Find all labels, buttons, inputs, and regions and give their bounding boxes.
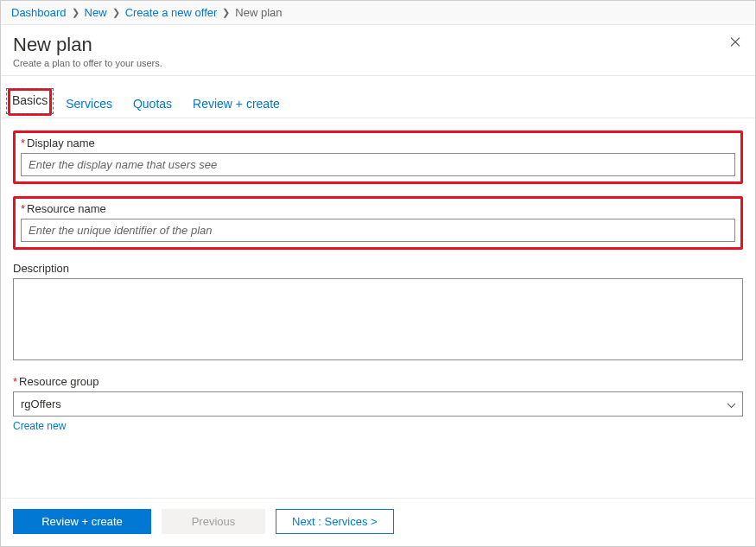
resource-name-label: * Resource name — [21, 202, 735, 215]
resource-group-group: * Resource group rgOffers Create new — [13, 375, 743, 432]
create-new-link[interactable]: Create new — [13, 420, 66, 432]
breadcrumb: Dashboard ❯ New ❯ Create a new offer ❯ N… — [1, 1, 755, 25]
tab-services[interactable]: Services — [64, 92, 114, 118]
next-button[interactable]: Next : Services > — [276, 509, 394, 534]
review-create-button[interactable]: Review + create — [13, 509, 151, 534]
required-star-icon: * — [13, 375, 17, 388]
close-icon[interactable] — [729, 35, 743, 49]
required-star-icon: * — [21, 202, 25, 215]
form-content: * Display name * Resource name Descripti… — [1, 118, 755, 498]
chevron-right-icon: ❯ — [112, 7, 120, 18]
breadcrumb-current: New plan — [235, 6, 282, 19]
tab-quotas[interactable]: Quotas — [131, 92, 174, 118]
tab-review-create[interactable]: Review + create — [191, 92, 282, 118]
chevron-right-icon: ❯ — [222, 7, 230, 18]
breadcrumb-create-offer[interactable]: Create a new offer — [125, 6, 218, 19]
breadcrumb-new[interactable]: New — [85, 6, 107, 19]
resource-name-input[interactable] — [21, 219, 735, 242]
tab-basics[interactable]: Basics — [6, 88, 54, 114]
page-title: New plan — [13, 34, 743, 56]
required-star-icon: * — [21, 137, 25, 149]
page-subtitle: Create a plan to offer to your users. — [13, 58, 743, 68]
previous-button: Previous — [162, 509, 265, 534]
description-input[interactable] — [13, 278, 743, 360]
display-name-label: * Display name — [21, 137, 735, 149]
description-label: Description — [13, 262, 743, 275]
chevron-right-icon: ❯ — [72, 7, 79, 18]
description-group: Description — [13, 262, 743, 363]
footer: Review + create Previous Next : Services… — [1, 498, 755, 546]
tabs: Basics Services Quotas Review + create — [1, 76, 755, 118]
page-header: New plan Create a plan to offer to your … — [1, 25, 755, 76]
breadcrumb-dashboard[interactable]: Dashboard — [11, 6, 67, 19]
resource-group-label: * Resource group — [13, 375, 743, 388]
display-name-input[interactable] — [21, 153, 735, 176]
resource-name-group: * Resource name — [13, 196, 743, 250]
tab-basics-highlight: Basics — [8, 88, 52, 116]
resource-group-select[interactable]: rgOffers — [13, 391, 743, 417]
display-name-group: * Display name — [13, 130, 743, 184]
